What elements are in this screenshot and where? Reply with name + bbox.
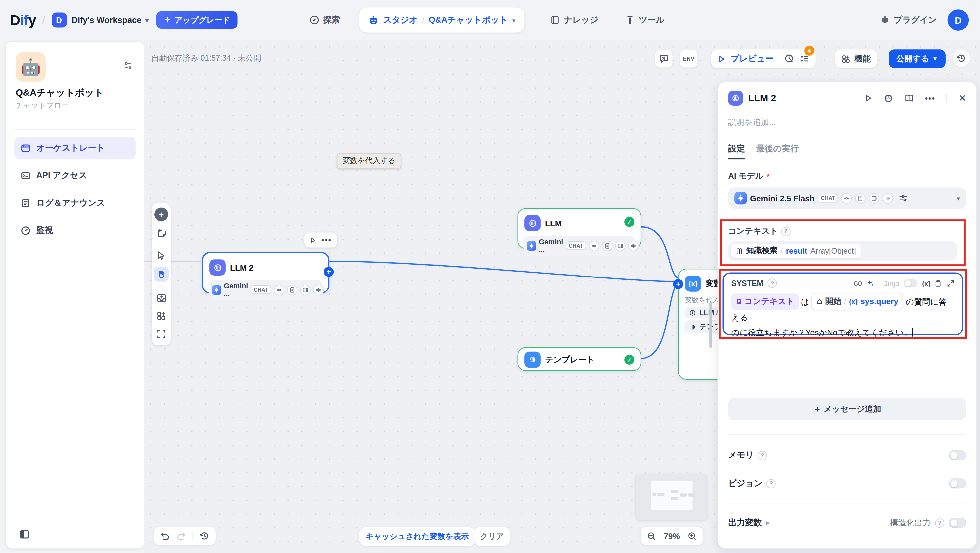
workspace-selector[interactable]: D Dify's Workspace ▼ xyxy=(52,13,150,28)
help-icon[interactable]: ? xyxy=(766,479,776,488)
split-view-icon[interactable] xyxy=(904,93,914,103)
clear-button[interactable]: クリア xyxy=(474,528,510,546)
add-note-icon[interactable] xyxy=(154,226,168,239)
variable-row-label: LLM / xyxy=(699,309,718,317)
node-hover-toolbar: ••• xyxy=(304,232,337,248)
system-prompt-header: SYSTEM ? 60 Jinja {x} xyxy=(731,278,955,288)
sidebar-item-label: ログ＆アナウンス xyxy=(37,197,105,209)
more-icon[interactable]: ••• xyxy=(925,93,935,103)
workspace-avatar: D xyxy=(52,13,67,28)
pointer-tool-icon[interactable] xyxy=(154,248,168,262)
sliders-icon[interactable] xyxy=(123,60,133,71)
upgrade-button[interactable]: アップグレード xyxy=(156,11,238,29)
preview-button[interactable]: プレビュー xyxy=(731,53,774,64)
insert-variable-icon[interactable]: {x} xyxy=(922,280,931,287)
zoom-in-icon[interactable] xyxy=(688,531,697,541)
focus-node-icon[interactable] xyxy=(884,93,893,103)
vision-toggle[interactable] xyxy=(949,478,966,488)
sparkle-icon xyxy=(164,16,172,24)
studio-breadcrumb[interactable]: スタジオ / Q&Aチャットボット ▾ xyxy=(360,8,524,33)
system-role-label: SYSTEM xyxy=(731,279,763,288)
minimap[interactable] xyxy=(636,474,708,520)
output-variables-row: 出力変数 ▶ 構造化出力 ? xyxy=(728,517,966,529)
app-title: Q&Aチャットボット xyxy=(16,87,103,99)
model-params-icon[interactable] xyxy=(899,193,908,203)
user-avatar[interactable]: D xyxy=(948,10,969,31)
generate-sparkle-icon[interactable] xyxy=(866,279,874,287)
dify-logo[interactable]: Dify xyxy=(10,12,36,29)
zoom-level[interactable]: 79% xyxy=(663,531,680,541)
expand-triangle-icon[interactable]: ▶ xyxy=(766,520,770,526)
collapse-sidebar-icon[interactable] xyxy=(19,529,30,540)
panel-header: LLM 2 ••• ✕ xyxy=(728,91,966,106)
node-model-bar: Gemini ... CHAT xyxy=(523,235,635,256)
nav-plugins[interactable]: プラグイン xyxy=(880,14,937,25)
sys-query-variable-pill[interactable]: 開始 / {x} sys.query xyxy=(811,293,903,310)
add-prev-node-handle[interactable]: + xyxy=(673,279,683,289)
sidebar-item-orchestrate[interactable]: オーケストレート xyxy=(14,137,136,160)
checklist-icon[interactable]: 4 xyxy=(799,54,809,64)
document-capability-icon xyxy=(602,240,612,251)
run-history-icon[interactable] xyxy=(784,54,794,64)
nav-knowledge[interactable]: ナレッジ xyxy=(550,14,598,25)
fit-view-icon[interactable] xyxy=(154,327,168,341)
change-history-icon[interactable] xyxy=(199,531,209,541)
system-prompt-text[interactable]: コンテキスト は 開始 / {x} sys.query の質問に答える のに役立… xyxy=(731,293,955,340)
model-selector[interactable]: Gemini 2.5 Flash CHAT ▾ xyxy=(728,188,966,209)
nav-knowledge-label: ナレッジ xyxy=(564,14,598,25)
llm-node-icon xyxy=(209,259,226,275)
sidebar-item-logs[interactable]: ログ＆アナウンス xyxy=(14,192,136,215)
sidebar-item-label: API アクセス xyxy=(37,170,88,181)
add-node-button[interactable]: + xyxy=(154,208,168,221)
video-capability-icon xyxy=(615,240,626,251)
hammer-icon xyxy=(625,15,635,25)
add-next-node-handle[interactable]: + xyxy=(324,267,334,277)
publish-button[interactable]: 公開する ▼ xyxy=(889,49,945,68)
add-message-button[interactable]: ＋ メッセージ追加 xyxy=(728,398,966,420)
context-type: Array[Object] xyxy=(810,246,856,255)
run-node-icon[interactable] xyxy=(864,94,872,102)
system-prompt-editor[interactable]: SYSTEM ? 60 Jinja {x} xyxy=(723,272,963,335)
version-history-button[interactable] xyxy=(953,49,970,67)
minimap-viewport xyxy=(651,481,693,510)
description-input[interactable]: 説明を追加... xyxy=(728,117,966,128)
sidebar-item-api-access[interactable]: API アクセス xyxy=(14,164,136,187)
import-dsl-icon[interactable] xyxy=(154,291,168,305)
nav-explore[interactable]: 探索 xyxy=(309,14,340,25)
hand-tool-icon[interactable] xyxy=(154,267,169,282)
nav-tools[interactable]: ツール xyxy=(625,14,664,25)
tab-last-run[interactable]: 最後の実行 xyxy=(756,143,799,159)
play-icon[interactable] xyxy=(309,237,317,243)
close-icon[interactable]: ✕ xyxy=(958,93,966,104)
help-icon[interactable]: ? xyxy=(758,451,767,460)
sidebar-item-monitoring[interactable]: 監視 xyxy=(14,219,136,242)
tooltip: 変数を代入する xyxy=(337,153,401,168)
scrollbar[interactable] xyxy=(710,302,712,348)
organize-blocks-icon[interactable] xyxy=(154,309,168,323)
zoom-out-icon[interactable] xyxy=(647,531,656,541)
context-variable-pill[interactable]: コンテキスト xyxy=(731,294,799,310)
undo-icon[interactable] xyxy=(160,531,170,541)
structured-output-toggle[interactable] xyxy=(949,518,966,528)
node-template[interactable]: テンプレート ✓ xyxy=(518,348,641,371)
memory-toggle[interactable] xyxy=(949,450,966,460)
show-cached-variables-button[interactable]: キャッシュされた変数を表示 xyxy=(360,528,475,546)
help-icon[interactable]: ? xyxy=(781,227,790,236)
copy-icon[interactable] xyxy=(935,280,943,287)
tab-settings[interactable]: 設定 xyxy=(728,143,745,159)
node-llm[interactable]: LLM ✓ Gemini ... CHAT xyxy=(518,208,641,248)
context-field[interactable]: 知識検索 / result Array[Object] xyxy=(728,241,957,261)
robot-icon xyxy=(368,15,379,25)
env-variables-button[interactable]: ENV xyxy=(680,50,698,68)
knowledge-book-icon xyxy=(736,247,743,255)
help-icon[interactable]: ? xyxy=(935,518,944,528)
chat-variable-button[interactable] xyxy=(655,50,673,68)
help-icon[interactable]: ? xyxy=(768,278,777,288)
node-llm2[interactable]: LLM 2 Gemini ... CHAT + xyxy=(202,252,330,294)
redo-icon[interactable] xyxy=(177,531,186,541)
more-icon[interactable]: ••• xyxy=(321,235,332,245)
nav-plugins-label: プラグイン xyxy=(894,14,937,25)
features-button[interactable]: 機能 xyxy=(835,49,877,68)
jinja-toggle[interactable] xyxy=(904,279,917,287)
expand-icon[interactable] xyxy=(947,280,955,287)
